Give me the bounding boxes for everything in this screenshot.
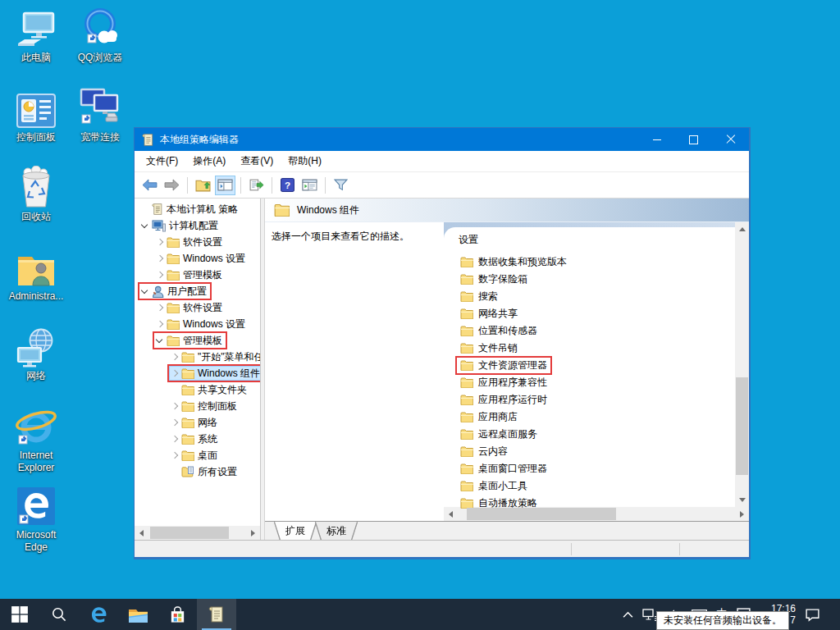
vertical-scrollbar[interactable]: [735, 222, 749, 507]
tree-item[interactable]: 软件设置: [135, 234, 260, 250]
desktop-icon-this-pc[interactable]: 此电脑: [5, 5, 67, 64]
menu-view[interactable]: 查看(V): [233, 152, 281, 171]
tree-item[interactable]: 控制面板: [135, 398, 260, 414]
tree-item-inner[interactable]: 计算机配置: [139, 218, 221, 233]
toolbar-filter-button[interactable]: [331, 176, 351, 195]
scroll-right-button[interactable]: [246, 526, 260, 540]
tray-expand-icon[interactable]: [623, 611, 633, 619]
scrollbar-thumb[interactable]: [736, 377, 748, 475]
settings-item-inner[interactable]: 搜索: [457, 289, 501, 304]
tree-item-inner[interactable]: 软件设置: [154, 300, 226, 315]
expander-collapsed-icon[interactable]: [169, 351, 180, 363]
tree-item[interactable]: 系统: [135, 431, 260, 447]
expander-expanded-icon[interactable]: [139, 220, 151, 231]
scroll-left-button[interactable]: [135, 526, 148, 540]
settings-item-inner[interactable]: 数据收集和预览版本: [457, 254, 570, 270]
tree-item-inner[interactable]: 网络: [169, 415, 221, 430]
tree-item-inner[interactable]: "开始"菜单和任务栏: [169, 349, 260, 364]
settings-item-inner[interactable]: 文件资源管理器: [457, 358, 550, 373]
title-bar[interactable]: 本地组策略编辑器: [135, 128, 749, 151]
settings-list-item[interactable]: 应用程序运行时: [457, 391, 735, 409]
expander-collapsed-icon[interactable]: [154, 269, 166, 281]
tree-item[interactable]: "开始"菜单和任务栏: [135, 349, 260, 365]
tree-item-inner[interactable]: 用户配置: [139, 284, 210, 299]
tree-item-inner[interactable]: 所有设置: [169, 464, 240, 479]
tab-extended[interactable]: 扩展: [275, 522, 316, 540]
tree-item-inner[interactable]: 系统: [169, 431, 221, 446]
toolbar-help-button[interactable]: ?: [277, 176, 298, 195]
tree-item-inner[interactable]: Windows 组件: [169, 366, 260, 381]
menu-action[interactable]: 操作(A): [185, 152, 233, 171]
scroll-left-button[interactable]: [444, 507, 458, 521]
settings-item-inner[interactable]: 桌面小工具: [457, 478, 531, 494]
expander-collapsed-icon[interactable]: [169, 368, 180, 379]
settings-list-item[interactable]: 位置和传感器: [457, 322, 735, 340]
settings-column-header[interactable]: 设置: [457, 231, 735, 253]
expander-collapsed-icon[interactable]: [154, 318, 166, 330]
settings-item-inner[interactable]: 网络共享: [457, 306, 521, 322]
expander-collapsed-icon[interactable]: [154, 253, 166, 264]
taskbar-file-explorer-button[interactable]: [118, 599, 158, 630]
settings-list-item[interactable]: 搜索: [457, 288, 735, 305]
tree-item-inner[interactable]: 软件设置: [154, 235, 226, 249]
tree-horizontal-scrollbar[interactable]: [135, 526, 260, 540]
taskbar-edge-button[interactable]: [79, 599, 118, 630]
close-button[interactable]: [712, 128, 749, 151]
desktop-icon-control-panel[interactable]: 控制面板: [5, 84, 67, 144]
taskbar-store-button[interactable]: [158, 599, 197, 630]
expander-collapsed-icon[interactable]: [169, 433, 180, 445]
tree-item[interactable]: 用户配置: [135, 283, 260, 299]
settings-list-item[interactable]: 远程桌面服务: [457, 426, 735, 443]
expander-collapsed-icon[interactable]: [154, 302, 166, 313]
taskbar-start-button[interactable]: [0, 599, 39, 630]
tree-item[interactable]: 软件设置: [135, 299, 260, 316]
tree-item[interactable]: 所有设置: [135, 463, 260, 480]
scrollbar-track[interactable]: [148, 526, 246, 540]
settings-item-inner[interactable]: 应用程序兼容性: [457, 375, 550, 390]
scroll-down-button[interactable]: [735, 493, 749, 507]
settings-item-inner[interactable]: 桌面窗口管理器: [457, 461, 550, 477]
tree-item[interactable]: Windows 设置: [135, 316, 260, 332]
scrollbar-track[interactable]: [458, 507, 735, 521]
settings-item-inner[interactable]: 应用程序运行时: [457, 392, 550, 408]
tree-item[interactable]: 网络: [135, 414, 260, 431]
menu-help[interactable]: 帮助(H): [281, 152, 329, 171]
toolbar-up-level-button[interactable]: [193, 176, 213, 195]
settings-list-item[interactable]: 文件资源管理器: [457, 357, 735, 374]
settings-item-inner[interactable]: 文件吊销: [457, 340, 521, 356]
desktop-icon-qq-browser[interactable]: QQ浏览器: [69, 5, 131, 64]
toolbar-export-list-button[interactable]: [246, 176, 267, 195]
desktop-icon-internet-explorer[interactable]: Internet Explorer: [5, 403, 67, 474]
scroll-right-button[interactable]: [735, 507, 749, 521]
desktop-icon-network[interactable]: 网络: [5, 323, 67, 382]
taskbar-search-button[interactable]: [39, 599, 79, 630]
maximize-button[interactable]: [675, 128, 712, 151]
settings-list-item[interactable]: 应用商店: [457, 409, 735, 426]
settings-item-inner[interactable]: 远程桌面服务: [457, 427, 541, 442]
tree-item-inner[interactable]: 管理模板: [154, 267, 226, 282]
settings-list-item[interactable]: 云内容: [457, 443, 735, 460]
tree-item[interactable]: Windows 组件: [135, 365, 260, 381]
tree-item-inner[interactable]: Windows 设置: [154, 317, 249, 331]
tree-item[interactable]: 管理模板: [135, 267, 260, 283]
taskbar-gpedit-button[interactable]: [197, 599, 236, 630]
settings-list-item[interactable]: 文件吊销: [457, 340, 735, 357]
scrollbar-thumb[interactable]: [150, 527, 229, 539]
settings-item-inner[interactable]: 位置和传感器: [457, 323, 541, 339]
desktop-icon-administrator-folder[interactable]: Administra...: [5, 244, 67, 303]
tree-item-inner[interactable]: 控制面板: [169, 399, 240, 413]
settings-item-inner[interactable]: 数字保险箱: [457, 272, 531, 287]
expander-collapsed-icon[interactable]: [169, 400, 180, 412]
desktop-icon-microsoft-edge[interactable]: Microsoft Edge: [5, 482, 67, 554]
expander-expanded-icon[interactable]: [154, 335, 166, 346]
expander-collapsed-icon[interactable]: [169, 450, 180, 461]
toolbar-back-button[interactable]: [139, 176, 160, 195]
tree-item-inner[interactable]: 桌面: [169, 448, 221, 463]
tree-item[interactable]: 桌面: [135, 447, 260, 463]
expander-collapsed-icon[interactable]: [169, 417, 180, 428]
tree-item-inner[interactable]: 共享文件夹: [169, 382, 250, 397]
scroll-up-button[interactable]: [735, 222, 749, 236]
tree-item-inner[interactable]: Windows 设置: [154, 251, 249, 266]
toolbar-forward-button[interactable]: [162, 176, 182, 195]
settings-item-inner[interactable]: 云内容: [457, 444, 511, 459]
